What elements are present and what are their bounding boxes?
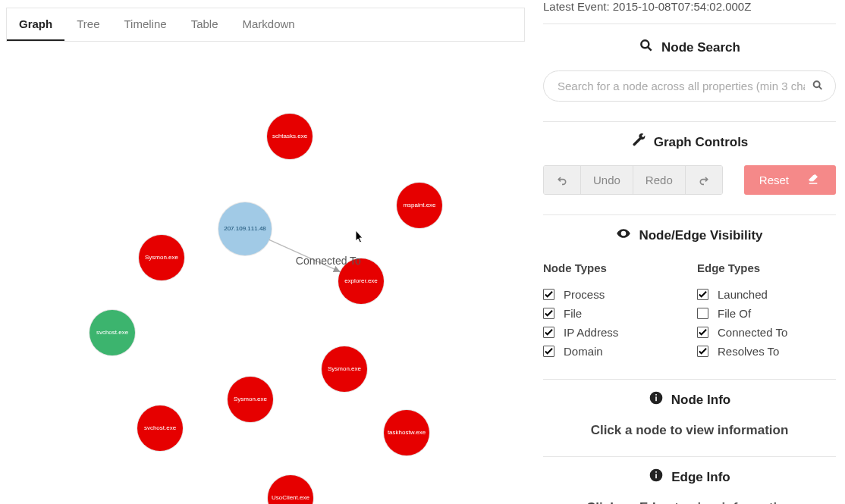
info-icon bbox=[649, 390, 664, 409]
latest-event: Latest Event: 2015-10-08T07:54:02.000Z bbox=[543, 0, 836, 24]
checkbox-box bbox=[697, 308, 708, 319]
checkbox-box bbox=[543, 308, 554, 319]
edge-info-title: Edge Info bbox=[543, 468, 836, 487]
checkbox-label: Process bbox=[564, 288, 605, 301]
graph-node[interactable]: 207.109.111.48 bbox=[218, 202, 272, 255]
checkbox-box bbox=[697, 289, 708, 300]
graph-node-label: Sysmon.exe bbox=[145, 255, 178, 261]
graph-node-label: schtasks.exe bbox=[272, 133, 307, 140]
graph-node-label: explorer.exe bbox=[344, 278, 378, 285]
graph-node-label: svchost.exe bbox=[96, 330, 128, 337]
checkbox-label: Resolves To bbox=[718, 345, 779, 358]
edge-info-placeholder: Click an Edge to view information bbox=[543, 500, 836, 504]
graph-node[interactable]: mspaint.exe bbox=[397, 183, 442, 228]
undo-button[interactable]: Undo bbox=[580, 166, 633, 194]
graph-node-label: 207.109.111.48 bbox=[224, 226, 266, 233]
visibility-title: Node/Edge Visibility bbox=[543, 226, 836, 245]
graph-node-label: Sysmon.exe bbox=[234, 396, 267, 403]
undo-icon-button[interactable] bbox=[544, 166, 580, 194]
svg-point-2 bbox=[814, 81, 820, 87]
graph-node-label: taskhostw.exe bbox=[388, 430, 426, 437]
checkbox-file[interactable]: File bbox=[543, 304, 682, 323]
graph-node[interactable]: Sysmon.exe bbox=[139, 235, 184, 280]
node-search-title-text: Node Search bbox=[661, 40, 740, 55]
node-types-col: Node Types ProcessFileIP AddressDomain bbox=[543, 261, 682, 361]
svg-line-3 bbox=[819, 86, 822, 89]
node-search-title: Node Search bbox=[543, 38, 836, 57]
latest-event-label: Latest Event: bbox=[543, 0, 610, 13]
checkbox-label: IP Address bbox=[564, 326, 618, 339]
node-info-title: Node Info bbox=[543, 390, 836, 409]
tab-graph[interactable]: Graph bbox=[7, 8, 64, 41]
checkbox-label: Domain bbox=[564, 345, 603, 358]
reset-button[interactable]: Reset bbox=[744, 165, 836, 195]
tab-table[interactable]: Table bbox=[179, 8, 231, 41]
edge-info-title-text: Edge Info bbox=[671, 470, 730, 485]
svg-rect-8 bbox=[655, 474, 657, 478]
checkbox-file-of[interactable]: File Of bbox=[697, 304, 836, 323]
reset-button-label: Reset bbox=[759, 174, 789, 186]
graph-node[interactable]: svchost.exe bbox=[90, 310, 135, 355]
info-icon bbox=[649, 468, 664, 487]
svg-rect-9 bbox=[655, 471, 657, 473]
view-tabs: GraphTreeTimelineTableMarkdown bbox=[6, 8, 525, 42]
checkbox-process[interactable]: Process bbox=[543, 285, 682, 304]
checkbox-label: File bbox=[564, 307, 582, 320]
tab-timeline[interactable]: Timeline bbox=[112, 8, 178, 41]
graph-node[interactable]: svchost.exe bbox=[137, 405, 183, 451]
graph-node[interactable]: UsoClient.exe bbox=[268, 475, 313, 504]
graph-controls-title-text: Graph Controls bbox=[654, 135, 749, 150]
node-types-heading: Node Types bbox=[543, 261, 682, 274]
wrench-icon bbox=[631, 133, 646, 152]
tab-markdown[interactable]: Markdown bbox=[230, 8, 306, 41]
latest-event-value: 2015-10-08T07:54:02.000Z bbox=[613, 0, 752, 13]
edge-types-col: Edge Types LaunchedFile OfConnected ToRe… bbox=[697, 261, 836, 361]
checkbox-box bbox=[543, 346, 554, 357]
mouse-cursor-icon bbox=[355, 230, 366, 245]
tab-tree[interactable]: Tree bbox=[64, 8, 112, 41]
svg-rect-6 bbox=[655, 394, 657, 396]
checkbox-label: Connected To bbox=[718, 326, 787, 339]
edge-types-heading: Edge Types bbox=[697, 261, 836, 274]
checkbox-box bbox=[697, 346, 708, 357]
redo-icon-button[interactable] bbox=[685, 166, 722, 194]
graph-node[interactable]: Sysmon.exe bbox=[322, 346, 367, 392]
svg-line-1 bbox=[648, 47, 652, 51]
graph-canvas[interactable]: schtasks.exemspaint.exe207.109.111.48Sys… bbox=[6, 42, 525, 496]
search-icon bbox=[639, 38, 654, 57]
checkbox-box bbox=[543, 327, 554, 338]
checkbox-launched[interactable]: Launched bbox=[697, 285, 836, 304]
graph-node-label: mspaint.exe bbox=[403, 202, 435, 209]
redo-button[interactable]: Redo bbox=[633, 166, 685, 194]
visibility-title-text: Node/Edge Visibility bbox=[639, 228, 762, 243]
checkbox-box bbox=[697, 327, 708, 338]
checkbox-label: Launched bbox=[718, 288, 768, 301]
graph-node[interactable]: taskhostw.exe bbox=[384, 410, 429, 455]
graph-node[interactable]: Sysmon.exe bbox=[228, 377, 273, 422]
node-info-placeholder: Click a node to view information bbox=[543, 423, 836, 438]
search-submit-icon[interactable] bbox=[812, 79, 824, 93]
node-search-input[interactable] bbox=[543, 70, 836, 102]
graph-node-label: UsoClient.exe bbox=[272, 495, 309, 502]
checkbox-ip-address[interactable]: IP Address bbox=[543, 323, 682, 342]
checkbox-box bbox=[543, 289, 554, 300]
graph-node-label: svchost.exe bbox=[144, 425, 176, 432]
svg-point-0 bbox=[641, 40, 649, 48]
graph-node-label: Sysmon.exe bbox=[328, 366, 361, 373]
checkbox-label: File Of bbox=[718, 307, 751, 320]
undo-redo-group: Undo Redo bbox=[543, 165, 723, 195]
eraser-icon bbox=[807, 173, 819, 187]
checkbox-domain[interactable]: Domain bbox=[543, 342, 682, 361]
svg-rect-5 bbox=[655, 396, 657, 401]
eye-icon bbox=[616, 226, 631, 245]
graph-edge-label: Connected To bbox=[296, 255, 361, 267]
checkbox-connected-to[interactable]: Connected To bbox=[697, 323, 836, 342]
node-info-title-text: Node Info bbox=[671, 393, 730, 408]
checkbox-resolves-to[interactable]: Resolves To bbox=[697, 342, 836, 361]
graph-node[interactable]: schtasks.exe bbox=[267, 114, 313, 159]
graph-controls-title: Graph Controls bbox=[543, 133, 836, 152]
